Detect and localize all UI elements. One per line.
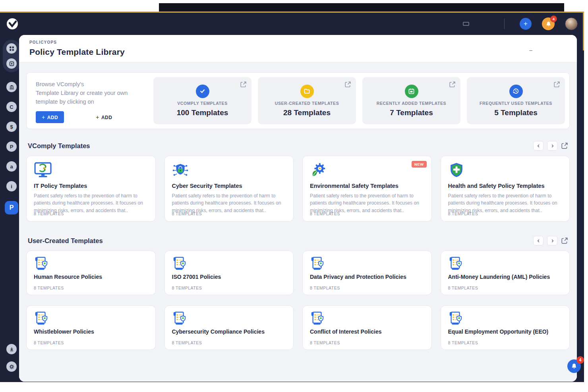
template-count: 8 TEMPLATES	[172, 286, 202, 290]
user-template-card[interactable]: ISO 27001 Policies 8 TEMPLATES	[164, 251, 294, 295]
download-icon[interactable]	[6, 344, 17, 354]
external-link-icon[interactable]	[240, 81, 247, 88]
user-template-card[interactable]: Whistleblower Policies 8 TEMPLATES	[26, 305, 156, 350]
policy-document-icon	[172, 311, 286, 326]
bell-icon	[545, 21, 551, 27]
page-content: Browse VComply's Template Library or cre…	[19, 62, 577, 382]
stat-card-frequently-used-templates[interactable]: FREQUENTLY USED TEMPLATES 5 Templates	[467, 77, 565, 124]
vcomply-section-header: VComply Templates	[28, 141, 568, 151]
compliance-icon[interactable]: C	[6, 102, 17, 112]
main-panel: POLICYOPS Policy Template Library – Brow…	[19, 35, 577, 382]
screencast-icon	[463, 22, 469, 26]
scroll-right-button[interactable]	[547, 141, 557, 151]
template-count: 8 TEMPLATES	[34, 286, 64, 290]
template-title: ISO 27001 Policies	[172, 274, 286, 280]
stat-card-recently-added-templates[interactable]: RECENTLY ADDED TEMPLATES 7 Templates	[362, 77, 460, 124]
template-card-it-policy[interactable]: IT Policy Templates Patient safety refer…	[26, 156, 156, 222]
template-card-environmental-safety[interactable]: NEW Environmental Safety Templates Patie…	[302, 156, 432, 222]
template-title: Equal Employment Opportunity (EEO)	[448, 328, 563, 335]
external-link-icon[interactable]	[344, 81, 351, 88]
add-template-button[interactable]: +ADD	[36, 111, 64, 123]
template-title: IT Policy Templates	[34, 183, 148, 189]
scroll-left-button[interactable]	[533, 236, 544, 245]
banner-line: Template Library or create your own	[36, 90, 128, 96]
user-template-card[interactable]: Anti-Money Laundering (AML) Policies 8 T…	[441, 251, 570, 295]
stat-label: USER-CREATED TEMPLATES	[275, 101, 339, 106]
apps-grid-icon[interactable]	[6, 43, 17, 54]
policy-document-icon	[172, 256, 286, 271]
user-template-card[interactable]: Human Resource Policies 8 TEMPLATES	[26, 251, 156, 295]
template-description: Patient safety refers to the prevention …	[448, 192, 563, 214]
banner-text-block: Browse VComply's Template Library or cre…	[31, 77, 147, 124]
template-title: Environmental Safety Templates	[310, 183, 424, 189]
policy-document-icon	[34, 256, 148, 271]
user-section-header: User-Created Templates	[28, 236, 568, 245]
bank-icon[interactable]	[6, 82, 17, 92]
calendar-icon	[405, 85, 418, 98]
health-shield-cross-icon	[448, 162, 563, 179]
user-template-card[interactable]: Conflict of Interest Policies 8 TEMPLATE…	[302, 305, 432, 350]
template-description: Patient safety refers to the prevention …	[34, 192, 148, 214]
scroll-left-button[interactable]	[533, 141, 544, 151]
external-link-icon[interactable]	[449, 81, 456, 88]
template-title: Conflict of Interest Policies	[310, 328, 424, 335]
cyber-shield-icon	[172, 162, 286, 179]
policy-document-icon	[310, 256, 424, 271]
plus-icon: +	[96, 114, 99, 120]
policy-document-icon	[310, 311, 424, 326]
vcomply-check-icon	[196, 85, 209, 98]
sidebar-module-switcher	[3, 40, 20, 72]
stat-count: 28 Templates	[283, 108, 331, 117]
app-window: + 4	[0, 12, 584, 382]
template-title: Whistleblower Policies	[34, 328, 148, 335]
external-link-icon[interactable]	[561, 142, 568, 149]
settings-gear-icon[interactable]	[6, 361, 17, 372]
topbar-divider	[504, 19, 505, 29]
banner-line: Browse VComply's	[36, 81, 84, 87]
quick-add-button[interactable]: +	[520, 18, 532, 30]
stat-card-user-created-templates[interactable]: USER-CREATED TEMPLATES 28 Templates	[258, 77, 356, 124]
stat-count: 100 Templates	[177, 108, 228, 117]
chat-widget-button[interactable]: 4	[567, 359, 581, 373]
section-title: VComply Templates	[28, 142, 90, 150]
policyops-active-icon[interactable]: P	[5, 201, 18, 214]
stat-count: 7 Templates	[390, 108, 433, 117]
stat-label: FREQUENTLY USED TEMPLATES	[480, 101, 552, 106]
info-icon[interactable]: i	[6, 181, 17, 191]
user-template-card[interactable]: Data Privacy and Protection Policies 8 T…	[302, 251, 432, 295]
template-title: Anti-Money Laundering (AML) Policies	[448, 274, 563, 280]
stat-label: VCOMPLY TEMPLATES	[177, 101, 228, 106]
external-link-icon[interactable]	[561, 237, 568, 244]
template-count: 8 TEMPLATES	[172, 340, 202, 345]
vcomply-logo-icon	[6, 18, 18, 30]
stat-label: RECENTLY ADDED TEMPLATES	[377, 101, 446, 106]
template-count: 8 TEMPLATES	[448, 286, 478, 290]
audit-icon[interactable]: a	[6, 161, 17, 172]
page-title: Policy Template Library	[29, 47, 567, 57]
user-template-card[interactable]: Equal Employment Opportunity (EEO) 8 TEM…	[441, 305, 570, 350]
frames-icon[interactable]	[6, 58, 17, 69]
stat-card-vcomply-templates[interactable]: VCOMPLY TEMPLATES 100 Templates	[153, 77, 251, 124]
notification-count-badge: 4	[550, 15, 557, 22]
bell-icon	[571, 363, 577, 369]
new-badge: NEW	[412, 161, 427, 168]
template-card-cyber-security[interactable]: Cyber Security Templates Patient safety …	[164, 156, 294, 222]
intro-banner: Browse VComply's Template Library or cre…	[26, 72, 570, 129]
user-avatar[interactable]	[565, 17, 578, 30]
template-count: 8 TEMPLATES	[310, 286, 340, 290]
scroll-right-button[interactable]	[547, 236, 557, 245]
template-title: Human Resource Policies	[34, 274, 148, 280]
plus-icon: +	[42, 114, 45, 120]
add-template-secondary-button[interactable]: +ADD	[96, 114, 112, 120]
breadcrumb: POLICYOPS	[29, 40, 567, 44]
user-template-grid: Human Resource Policies 8 TEMPLATES ISO …	[26, 251, 570, 350]
template-count: 8 TEMPLATES	[172, 211, 202, 216]
user-template-card[interactable]: Cybersecurity Compliance Policies 8 TEMP…	[164, 305, 294, 350]
external-link-icon[interactable]	[553, 81, 560, 88]
currency-icon[interactable]: $	[6, 122, 17, 132]
notifications-button[interactable]: 4	[542, 17, 555, 30]
projects-icon[interactable]: P	[6, 141, 17, 152]
template-count: 8 TEMPLATES	[448, 211, 478, 216]
page: + 4	[0, 0, 588, 392]
template-card-health-safety[interactable]: Health and Safety Policy Templates Patie…	[441, 156, 570, 222]
